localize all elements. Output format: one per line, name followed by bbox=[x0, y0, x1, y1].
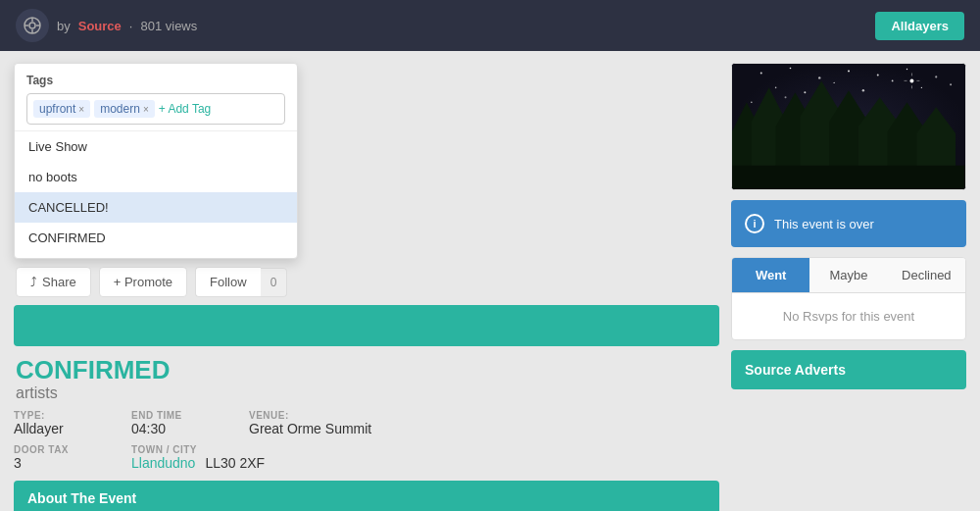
svg-point-23 bbox=[909, 78, 913, 82]
share-button[interactable]: ⤴ Share bbox=[16, 267, 91, 297]
svg-point-9 bbox=[818, 77, 820, 78]
tag-chip-modern: modern × bbox=[94, 100, 155, 118]
main-container: Tags upfront × modern × + Add Tag Live S… bbox=[0, 51, 980, 511]
event-venue-col: VENUE: Great Orme Summit bbox=[249, 410, 371, 436]
end-time-label: END TIME bbox=[131, 410, 210, 421]
nav-dot: · bbox=[129, 19, 133, 33]
svg-point-12 bbox=[906, 69, 907, 70]
end-time-value: 04:30 bbox=[131, 421, 210, 436]
svg-point-8 bbox=[790, 68, 792, 70]
share-icon: ⤴ bbox=[30, 275, 37, 289]
tags-header: Tags upfront × modern × + Add Tag bbox=[15, 64, 297, 130]
rsvp-card: Went Maybe Declined No Rsvps for this ev… bbox=[731, 257, 966, 340]
event-image-inner bbox=[732, 64, 965, 189]
svg-point-16 bbox=[834, 82, 835, 83]
dropdown-item-no-boots[interactable]: no boots bbox=[15, 162, 297, 192]
type-value: Alldayer bbox=[14, 421, 92, 436]
tags-dropdown: Tags upfront × modern × + Add Tag Live S… bbox=[14, 63, 298, 259]
svg-point-13 bbox=[935, 76, 937, 77]
svg-point-10 bbox=[848, 71, 850, 73]
alldayers-button[interactable]: Alldayers bbox=[875, 12, 964, 40]
tab-went[interactable]: Went bbox=[732, 258, 809, 292]
door-tax-value: 3 bbox=[14, 455, 92, 471]
event-details-bottom: DOOR TAX 3 TOWN / CITY Llandudno LL30 2X… bbox=[14, 444, 719, 471]
no-rsvps-text: No Rsvps for this event bbox=[732, 293, 965, 339]
event-image bbox=[731, 63, 966, 190]
top-nav: by Source · 801 views Alldayers bbox=[0, 0, 980, 51]
dropdown-item-artists[interactable]: artists bbox=[15, 253, 297, 258]
dropdown-item-cancelled[interactable]: CANCELLED! bbox=[15, 192, 297, 223]
tags-dropdown-list: Live Show no boots CANCELLED! CONFIRMED … bbox=[15, 130, 297, 258]
svg-point-11 bbox=[877, 74, 879, 76]
svg-rect-36 bbox=[732, 166, 965, 190]
confirmed-heading: CONFIRMED bbox=[16, 356, 719, 384]
artists-subheading: artists bbox=[16, 384, 719, 402]
starry-night-svg bbox=[732, 63, 965, 190]
event-over-card: i This event is over bbox=[731, 200, 966, 247]
remove-upfront-icon[interactable]: × bbox=[78, 104, 84, 115]
dropdown-item-live-show[interactable]: Live Show bbox=[15, 131, 297, 162]
tab-maybe[interactable]: Maybe bbox=[809, 258, 887, 292]
follow-count: 0 bbox=[261, 268, 288, 297]
nav-left: by Source · 801 views bbox=[16, 9, 197, 42]
right-panel: i This event is over Went Maybe Declined… bbox=[731, 63, 966, 511]
postcode-value: LL30 2XF bbox=[205, 455, 265, 471]
svg-point-14 bbox=[775, 87, 777, 89]
event-details-top: TYPE: Alldayer END TIME 04:30 VENUE: Gre… bbox=[14, 410, 719, 436]
rsvp-tabs: Went Maybe Declined bbox=[732, 258, 965, 293]
event-over-text: This event is over bbox=[774, 217, 874, 231]
tab-declined[interactable]: Declined bbox=[888, 258, 965, 292]
svg-point-19 bbox=[921, 87, 922, 88]
svg-point-18 bbox=[892, 79, 894, 81]
remove-modern-icon[interactable]: × bbox=[143, 104, 149, 115]
info-circle-icon: i bbox=[745, 214, 764, 233]
follow-button[interactable]: Follow bbox=[195, 267, 261, 297]
svg-point-17 bbox=[862, 89, 864, 91]
venue-label: VENUE: bbox=[249, 410, 371, 421]
tag-chip-upfront: upfront × bbox=[33, 100, 90, 118]
action-row: ⤴ Share + Promote Follow 0 bbox=[16, 267, 719, 297]
town-label: TOWN / CITY bbox=[131, 444, 265, 455]
follow-group: Follow 0 bbox=[195, 267, 287, 297]
svg-point-21 bbox=[751, 101, 753, 103]
add-tag-button[interactable]: + Add Tag bbox=[159, 102, 212, 116]
svg-point-7 bbox=[760, 72, 762, 74]
event-endtime-col: END TIME 04:30 bbox=[131, 410, 210, 436]
svg-point-20 bbox=[950, 83, 952, 85]
event-hero-banner bbox=[14, 305, 719, 346]
svg-point-15 bbox=[804, 91, 806, 93]
town-value: Llandudno bbox=[131, 455, 195, 471]
door-tax-label: DOOR TAX bbox=[14, 444, 92, 455]
nav-source-link[interactable]: Source bbox=[78, 19, 122, 33]
promote-button[interactable]: + Promote bbox=[99, 267, 187, 297]
tags-input-row[interactable]: upfront × modern × + Add Tag bbox=[26, 93, 285, 125]
source-adverts-card: Source Adverts bbox=[731, 350, 966, 389]
door-tax-col: DOOR TAX 3 bbox=[14, 444, 92, 471]
left-panel: Tags upfront × modern × + Add Tag Live S… bbox=[14, 63, 719, 511]
town-row: Llandudno LL30 2XF bbox=[131, 455, 265, 471]
confirmed-artists-text: CONFIRMED artists bbox=[14, 356, 719, 402]
dropdown-item-confirmed[interactable]: CONFIRMED bbox=[15, 223, 297, 253]
type-label: TYPE: bbox=[14, 410, 92, 421]
svg-point-1 bbox=[29, 23, 35, 28]
nav-views-count: 801 views bbox=[140, 19, 197, 33]
town-col: TOWN / CITY Llandudno LL30 2XF bbox=[131, 444, 265, 471]
nav-by-text: by bbox=[57, 19, 71, 33]
about-section: About The Event A demo of our new 'Featu… bbox=[14, 481, 719, 511]
tags-label: Tags bbox=[26, 74, 285, 87]
about-title: About The Event bbox=[14, 481, 719, 511]
confirmed-section: CONFIRMED artists bbox=[14, 356, 719, 402]
venue-value: Great Orme Summit bbox=[249, 421, 371, 436]
event-type-col: TYPE: Alldayer bbox=[14, 410, 92, 436]
nav-logo-icon bbox=[16, 9, 49, 42]
svg-point-22 bbox=[785, 96, 787, 98]
